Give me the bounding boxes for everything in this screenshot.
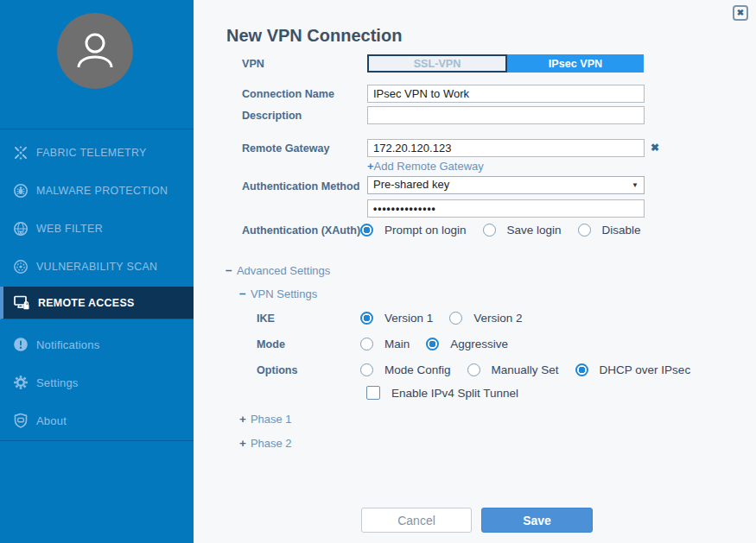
notifications-icon (13, 337, 29, 352)
tab-ipsec-vpn[interactable]: IPsec VPN (507, 54, 644, 73)
radio-mode-config[interactable]: Mode Config (360, 363, 451, 376)
shield-icon (13, 413, 29, 428)
ike-radio-group: Version 1 Version 2 (360, 312, 539, 325)
auth-method-select[interactable]: Pre-shared key ▼ (367, 176, 645, 194)
radio-manually-set[interactable]: Manually Set (467, 363, 559, 376)
expand-icon: + (239, 437, 246, 450)
radio-icon (467, 363, 480, 376)
add-remote-gateway-label: Add Remote Gateway (374, 160, 484, 173)
advanced-settings-label: Advanced Settings (237, 264, 330, 277)
sidebar-item-fabric-telemetry[interactable]: FABRIC TELEMETRY (0, 137, 194, 168)
sidebar-item-settings[interactable]: Settings (0, 367, 194, 398)
options-radio-group: Mode Config Manually Set DHCP over IPsec (360, 363, 707, 376)
remote-access-icon (13, 294, 30, 311)
radio-label: Version 2 (473, 312, 522, 325)
vpn-settings-toggle[interactable]: −VPN Settings (239, 287, 317, 300)
tab-ssl-vpn[interactable]: SSL-VPN (367, 54, 507, 73)
user-icon (71, 27, 119, 75)
radio-label: DHCP over IPsec (600, 363, 691, 376)
radio-disable[interactable]: Disable (578, 224, 641, 237)
radio-aggressive[interactable]: Aggressive (426, 338, 508, 350)
sidebar-item-label: Notifications (36, 338, 99, 351)
advanced-settings-toggle[interactable]: −Advanced Settings (226, 264, 330, 277)
sidebar-divider-top (0, 129, 194, 129)
sidebar-item-label: About (36, 414, 67, 427)
sidebar-item-label: WEB FILTER (36, 223, 103, 235)
radio-dhcp-over-ipsec[interactable]: DHCP over IPsec (575, 363, 691, 376)
radio-label: Prompt on login (384, 224, 467, 237)
sidebar-item-label: VULNERABILITY SCAN (36, 261, 157, 273)
cancel-button[interactable]: Cancel (361, 508, 472, 533)
sidebar-item-remote-access[interactable]: REMOTE ACCESS (0, 287, 194, 319)
auth-method-label: Authentication Method (242, 180, 372, 193)
save-button[interactable]: Save (481, 508, 593, 533)
remove-gateway-icon[interactable]: ✖ (651, 142, 659, 154)
sidebar-item-web-filter[interactable]: WEB FILTER (0, 213, 194, 244)
vpn-type-tabs: SSL-VPN IPsec VPN (367, 54, 644, 73)
expand-icon: + (239, 413, 246, 426)
connection-name-label: Connection Name (242, 88, 372, 100)
phase1-toggle[interactable]: +Phase 1 (239, 413, 292, 426)
sidebar-item-label: REMOTE ACCESS (38, 297, 135, 309)
sidebar-item-label: FABRIC TELEMETRY (36, 147, 147, 159)
radio-icon (426, 338, 439, 350)
malware-protection-icon (13, 183, 29, 199)
collapse-icon: − (226, 264, 232, 277)
sidebar-item-malware-protection[interactable]: MALWARE PROTECTION (0, 175, 194, 206)
sidebar-item-vulnerability-scan[interactable]: VULNERABILITY SCAN (0, 251, 194, 282)
close-icon[interactable]: ✖ (733, 5, 748, 21)
phase1-label: Phase 1 (251, 413, 292, 426)
sidebar-item-label: MALWARE PROTECTION (36, 185, 168, 197)
radio-icon (575, 363, 588, 376)
vpn-settings-label: VPN Settings (251, 287, 317, 300)
ike-label: IKE (257, 313, 360, 325)
radio-icon (360, 224, 373, 237)
mode-label: Mode (257, 338, 360, 350)
phase2-toggle[interactable]: +Phase 2 (239, 437, 292, 450)
chevron-down-icon: ▼ (632, 181, 638, 189)
web-filter-icon (13, 221, 29, 237)
radio-version-1[interactable]: Version 1 (360, 312, 433, 325)
radio-version-2[interactable]: Version 2 (449, 312, 522, 325)
radio-icon (360, 312, 373, 325)
vpn-type-label: VPN (242, 58, 372, 70)
sidebar-item-about[interactable]: About (0, 405, 194, 436)
preshared-key-input[interactable] (367, 199, 645, 218)
vulnerability-scan-icon (13, 259, 29, 275)
remote-gateway-input[interactable] (367, 139, 645, 157)
sidebar-item-label: Settings (36, 376, 79, 389)
phase2-label: Phase 2 (251, 437, 292, 450)
radio-icon (360, 338, 373, 350)
radio-label: Disable (602, 224, 641, 237)
collapse-icon: − (239, 287, 246, 300)
description-input[interactable] (367, 106, 645, 124)
sidebar-divider-bottom (0, 440, 194, 441)
radio-icon (483, 224, 496, 237)
radio-label: Manually Set (492, 363, 559, 376)
radio-label: Main (384, 338, 410, 350)
checkbox-icon[interactable] (366, 386, 380, 400)
radio-label: Mode Config (384, 363, 451, 376)
radio-main[interactable]: Main (360, 338, 410, 350)
plus-icon: + (367, 160, 374, 173)
page-title: New VPN Connection (226, 26, 402, 46)
avatar[interactable] (57, 13, 133, 89)
radio-save-login[interactable]: Save login (483, 224, 562, 237)
xauth-label: Authentication (XAuth) (242, 224, 372, 237)
sidebar: FABRIC TELEMETRY MALWARE PROTECTION WEB … (0, 0, 194, 543)
connection-name-input[interactable] (367, 85, 645, 103)
options-label: Options (257, 364, 360, 376)
auth-method-value: Pre-shared key (373, 178, 449, 191)
remote-gateway-label: Remote Gateway (242, 142, 372, 155)
radio-label: Version 1 (384, 312, 433, 325)
radio-icon (449, 312, 462, 325)
description-label: Description (242, 110, 372, 122)
mode-radio-group: Main Aggressive (360, 338, 524, 350)
radio-prompt-on-login[interactable]: Prompt on login (360, 224, 467, 237)
add-remote-gateway-link[interactable]: +Add Remote Gateway (367, 160, 484, 173)
split-tunnel-checkbox-row[interactable]: Enable IPv4 Split Tunnel (366, 386, 518, 400)
sidebar-item-notifications[interactable]: Notifications (0, 329, 194, 360)
radio-icon (578, 224, 591, 237)
radio-label: Save login (507, 224, 562, 237)
radio-icon (360, 363, 373, 376)
